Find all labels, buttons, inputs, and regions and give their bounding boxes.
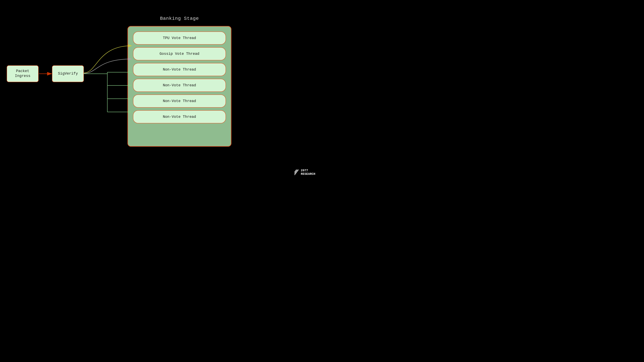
non-vote-thread-2: Non-Vote Thread xyxy=(133,79,226,92)
logo-area: 2077 RESEARCH xyxy=(294,169,315,176)
banking-stage-box: TPU Vote Thread Gossip Vote Thread Non-V… xyxy=(128,26,232,147)
non-vote-thread-3: Non-Vote Thread xyxy=(133,94,226,108)
non-vote-thread-1: Non-Vote Thread xyxy=(133,63,226,76)
tpu-vote-thread: TPU Vote Thread xyxy=(133,31,226,44)
banking-stage-title: Banking Stage xyxy=(128,16,232,21)
logo-icon xyxy=(294,169,299,176)
packet-ingress-node: Packet Ingress xyxy=(7,65,38,82)
diagram-container: Banking Stage TPU Vote Thread Gossip Vot… xyxy=(0,0,322,181)
non-vote-thread-4: Non-Vote Thread xyxy=(133,110,226,123)
gossip-vote-thread: Gossip Vote Thread xyxy=(133,47,226,60)
sigverify-node: SigVerify xyxy=(52,65,84,82)
logo-text: 2077 RESEARCH xyxy=(301,169,315,176)
svg-line-11 xyxy=(294,170,298,175)
